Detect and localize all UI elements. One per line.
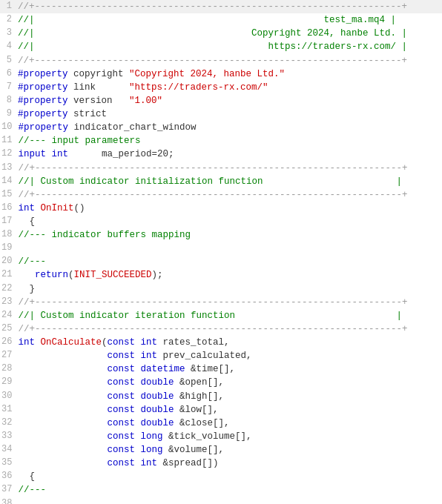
code-line: 13//+-----------------------------------… [0,162,442,175]
line-number: 22 [1,282,18,295]
code-line: 38 [0,497,442,505]
line-number: 35 [1,457,18,469]
line-number: 14 [1,175,18,188]
line-text: //--- [18,483,441,497]
line-text: const double &high[], [18,390,441,403]
line-text: //+-------------------------------------… [18,188,441,202]
line-number: 9 [1,107,18,120]
code-line: 14//| Custom indicator initialization fu… [0,175,442,188]
line-text: return(INIT_SUCCEEDED); [18,268,441,282]
line-text: #property version "1.00" [18,94,441,107]
line-text: //| Custom indicator iteration function … [18,309,441,322]
line-text: input int ma_period=20; [18,147,441,161]
code-line: 18//--- indicator buffers mapping [0,228,442,242]
line-number: 27 [1,349,18,362]
code-line: 29 const double &open[], [0,376,442,389]
line-number: 7 [1,81,18,93]
code-line: 6#property copyright "Copyright 2024, ha… [0,67,442,81]
line-number: 5 [1,54,18,67]
line-text: #property link "https://traders-rx.com/" [18,81,441,94]
line-number: 21 [1,268,18,281]
code-line: 3//| Copyright 2024, hanbe Ltd. | [0,27,442,40]
code-line: 21 return(INIT_SUCCEEDED); [0,268,442,282]
code-line: 1//+------------------------------------… [0,0,442,13]
code-line: 35 const int &spread[]) [0,457,442,470]
code-line: 25//+-----------------------------------… [0,322,442,336]
code-line: 36 { [0,470,442,483]
code-line: 30 const double &high[], [0,390,442,403]
line-text: { [18,215,441,228]
line-number: 28 [1,362,18,375]
line-number: 38 [1,497,18,505]
line-number: 12 [1,147,18,160]
line-text: //--- indicator buffers mapping [18,228,441,242]
line-number: 4 [1,40,18,53]
code-line: 33 const long &tick_volume[], [0,430,442,443]
code-line: 20//--- [0,255,442,268]
line-number: 24 [1,309,18,322]
line-text: #property strict [18,107,441,121]
line-text: #property copyright "Copyright 2024, han… [18,67,441,81]
code-line: 24//| Custom indicator iteration functio… [0,309,442,322]
line-number: 11 [1,134,18,147]
code-line: 34 const long &volume[], [0,443,442,457]
line-number: 30 [1,390,18,402]
line-number: 20 [1,255,18,268]
line-text: const double &low[], [18,403,441,417]
line-text: const int prev_calculated, [18,349,441,362]
line-number: 10 [1,121,18,133]
code-line: 7#property link "https://traders-rx.com/… [0,81,442,94]
line-text: //+-------------------------------------… [18,162,441,175]
code-line: 10#property indicator_chart_window [0,121,442,134]
line-number: 31 [1,403,18,416]
line-number: 17 [1,215,18,228]
code-line: 23//+-----------------------------------… [0,296,442,309]
line-number: 36 [1,470,18,483]
code-line: 17 { [0,215,442,228]
code-line: 28 const datetime &time[], [0,362,442,376]
line-text: const long &volume[], [18,443,441,457]
code-line: 27 const int prev_calculated, [0,349,442,362]
line-text: int OnInit() [18,202,441,215]
line-number: 33 [1,430,18,442]
code-editor: 1//+------------------------------------… [0,0,442,504]
code-line: 5//+------------------------------------… [0,54,442,67]
line-number: 32 [1,417,18,429]
line-number: 23 [1,296,18,308]
line-text: //--- input parameters [18,134,441,147]
line-text: //+-------------------------------------… [18,296,441,309]
line-text: { [18,470,441,483]
code-line: 26int OnCalculate(const int rates_total, [0,336,442,349]
code-line: 11//--- input parameters [0,134,442,147]
code-line: 19 [0,242,442,255]
line-text: const double &open[], [18,376,441,389]
line-number: 6 [1,67,18,80]
line-text: const double &close[], [18,417,441,430]
line-text: int OnCalculate(const int rates_total, [18,336,441,349]
line-text: const datetime &time[], [18,362,441,376]
code-line: 9#property strict [0,107,442,121]
code-line: 2//| test_ma.mq4 | [0,13,442,27]
line-text: //+-------------------------------------… [18,322,441,336]
line-text: //| Custom indicator initialization func… [18,175,441,188]
line-number: 19 [1,242,18,254]
code-line: 8#property version "1.00" [0,94,442,107]
line-number: 1 [1,0,18,13]
line-text: //+-------------------------------------… [18,0,441,13]
line-number: 26 [1,336,18,348]
line-number: 37 [1,483,18,496]
code-line: 16int OnInit() [0,202,442,215]
line-number: 29 [1,376,18,388]
code-line: 32 const double &close[], [0,417,442,430]
line-text: //+-------------------------------------… [18,54,441,67]
line-text: //--- [18,255,441,268]
line-number: 3 [1,27,18,39]
line-number: 2 [1,13,18,26]
code-line: 4//| https://traders-rx.com/ | [0,40,442,53]
line-number: 8 [1,94,18,107]
line-text: const long &tick_volume[], [18,430,441,443]
code-line: 31 const double &low[], [0,403,442,417]
code-line: 22 } [0,282,442,296]
code-line: 12input int ma_period=20; [0,147,442,161]
line-number: 18 [1,228,18,241]
